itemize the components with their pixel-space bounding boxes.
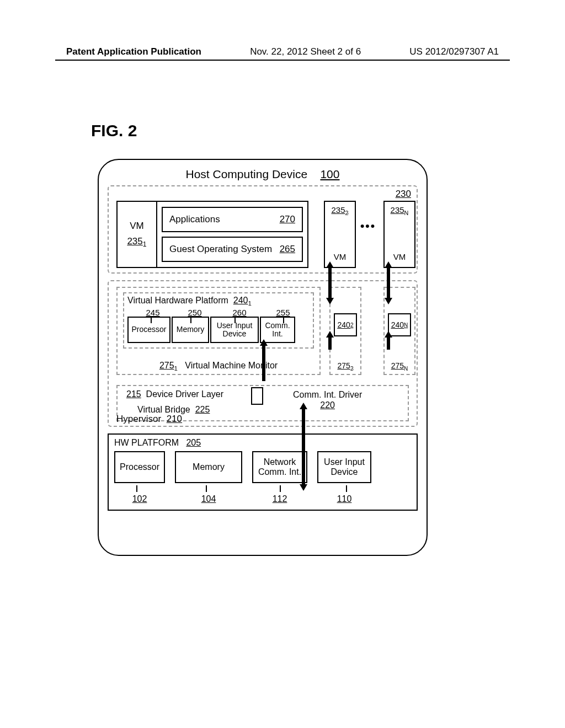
ref-260: 260 bbox=[215, 308, 264, 317]
vhw-processor-245: Processor bbox=[127, 317, 170, 343]
hw-userinput-110: User Input Device bbox=[317, 451, 371, 483]
virtual-hw-platform-240-1: Virtual Hardware Platform 2401 245 250 2… bbox=[123, 292, 314, 349]
ref-255: 255 bbox=[265, 308, 301, 317]
gos-ref: 265 bbox=[280, 244, 295, 255]
ref-275-2: 2752 bbox=[331, 361, 360, 372]
arrow-platN-vmm bbox=[387, 336, 390, 350]
hw-title: HW PLATFORM 205 bbox=[114, 438, 411, 448]
bridge-port-icon bbox=[251, 387, 263, 405]
ref-112: 112 bbox=[252, 494, 307, 504]
hw-memory-104: Memory bbox=[175, 451, 242, 483]
header-left: Patent Application Publication bbox=[66, 46, 201, 57]
vm-group-230: 230 VM 2351 Applications 270 Guest Opera… bbox=[108, 185, 418, 274]
ref-110: 110 bbox=[317, 494, 371, 504]
vm1-right: Applications 270 Guest Operating System … bbox=[157, 202, 307, 267]
ref-230: 230 bbox=[396, 189, 411, 200]
arrowhead-down-icon bbox=[385, 298, 392, 304]
vm1-name: VM bbox=[130, 221, 144, 232]
vhw-title: Virtual Hardware Platform 2401 bbox=[127, 296, 310, 307]
page-header: Patent Application Publication Nov. 22, … bbox=[0, 46, 565, 57]
arrowhead-up-icon bbox=[385, 261, 392, 268]
arrowhead-up-icon bbox=[300, 403, 307, 409]
apps-label: Applications bbox=[169, 214, 220, 225]
ref-104: 104 bbox=[175, 494, 242, 504]
host-title: Host Computing Device 100 bbox=[108, 168, 418, 181]
vm-235-1: VM 2351 Applications 270 Guest Operating… bbox=[116, 201, 308, 268]
hw-network-112: Network Comm. Int. bbox=[252, 451, 307, 483]
vmm1-label: 2751 Virtual Machine Monitor bbox=[118, 361, 319, 372]
arrow-driver-network bbox=[302, 408, 305, 485]
header-rule bbox=[55, 60, 510, 61]
ddl-title: 215 Device Driver Layer bbox=[126, 389, 223, 399]
applications-270: Applications 270 bbox=[162, 207, 303, 232]
arrow-commint-bridge bbox=[262, 345, 265, 381]
arrowhead-up-icon bbox=[326, 331, 334, 338]
vm2-label: VM bbox=[334, 252, 347, 261]
vmN-label: VM bbox=[393, 252, 406, 261]
arrowhead-up-icon bbox=[326, 261, 334, 268]
vm-235-N: 235N VM bbox=[383, 201, 415, 268]
host-ref: 100 bbox=[320, 168, 339, 180]
vm1-ref: 2351 bbox=[127, 236, 146, 248]
hw-platform-205: HW PLATFORM 205 Processor Memory Network… bbox=[108, 433, 418, 511]
vm-235-1-label: VM 2351 bbox=[118, 202, 157, 267]
vmm-275-1: Virtual Hardware Platform 2401 245 250 2… bbox=[116, 287, 321, 375]
gos-label: Guest Operating System bbox=[169, 244, 272, 255]
vmN-ref: 235N bbox=[391, 205, 409, 216]
vhw-refs: 245 250 260 255 bbox=[131, 308, 306, 317]
arrowhead-down-icon bbox=[300, 484, 307, 491]
figure-label: FIG. 2 bbox=[91, 121, 137, 140]
arrow-vmN-platform bbox=[387, 266, 390, 299]
arrowhead-up-icon bbox=[260, 339, 268, 346]
arrow-plat2-vmm bbox=[328, 336, 332, 350]
header-right: US 2012/0297307 A1 bbox=[409, 46, 499, 57]
host-computing-device-box: Host Computing Device 100 230 VM 2351 Ap… bbox=[98, 159, 428, 556]
host-title-text: Host Computing Device bbox=[186, 168, 308, 180]
vmm-275-2: 2402 2752 bbox=[329, 287, 361, 375]
guest-os-265: Guest Operating System 265 bbox=[162, 237, 303, 262]
ellipsis-icon: ••• bbox=[360, 220, 376, 233]
header-center: Nov. 22, 2012 Sheet 2 of 6 bbox=[250, 46, 361, 57]
hw-processor-102: Processor bbox=[114, 451, 165, 483]
ref-102: 102 bbox=[114, 494, 165, 504]
ref-245: 245 bbox=[131, 308, 174, 317]
vm-235-2: 2352 VM bbox=[324, 201, 356, 268]
arrowhead-down-icon bbox=[326, 298, 334, 304]
ref-250: 250 bbox=[176, 308, 214, 317]
arrow-vm2-platform bbox=[328, 266, 332, 299]
platform-240-2: 2402 bbox=[334, 313, 357, 336]
arrowhead-up-icon bbox=[385, 331, 392, 338]
apps-ref: 270 bbox=[280, 214, 295, 225]
vm2-ref: 2352 bbox=[331, 205, 348, 216]
hypervisor-label: Hypervisor 210 bbox=[116, 414, 182, 425]
ref-275-N: 275N bbox=[385, 361, 414, 372]
